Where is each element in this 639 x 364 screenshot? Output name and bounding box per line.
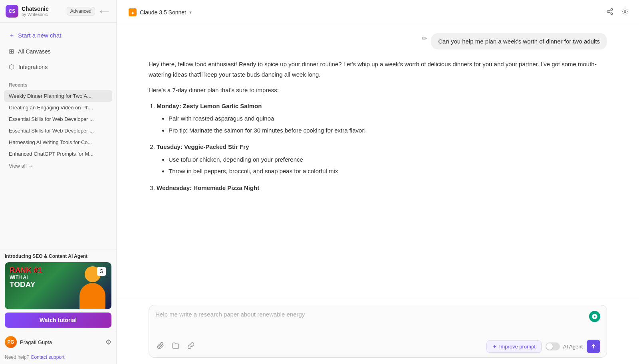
- recents-title: Recents: [4, 81, 112, 90]
- link-button[interactable]: [186, 340, 196, 353]
- list-item: Pro tip: Marinate the salmon for 30 minu…: [169, 125, 607, 136]
- settings-panel-button[interactable]: [619, 6, 631, 19]
- logo-icon: CS: [6, 5, 18, 18]
- assistant-intro: Hey there, fellow food enthusiast! Ready…: [149, 59, 607, 79]
- dinner-plan-list: Monday: Zesty Lemon Garlic Salmon Pair w…: [149, 101, 607, 193]
- attach-button[interactable]: [155, 340, 166, 353]
- input-right: ✦ Improve prompt AI Agent: [486, 340, 600, 353]
- svg-point-4: [611, 13, 613, 15]
- main-header: ◆ Claude 3.5 Sonnet ▾: [117, 0, 639, 25]
- sidebar-header: CS Chatsonic by Writesonic Advanced ⟵: [0, 0, 116, 23]
- input-tools: [155, 340, 196, 353]
- share-button[interactable]: [604, 6, 616, 19]
- app-title: Chatsonic: [22, 6, 64, 12]
- sidebar: CS Chatsonic by Writesonic Advanced ⟵ ＋ …: [0, 0, 117, 364]
- chat-area: ✏ Can you help me plan a week's worth of…: [117, 25, 639, 300]
- need-help-text: Need help? Contact support: [0, 352, 116, 364]
- list-item: Throw in bell peppers, broccoli, and sna…: [169, 166, 607, 176]
- collapse-sidebar-button[interactable]: ⟵: [98, 6, 111, 17]
- ai-agent-toggle-switch[interactable]: [546, 342, 560, 350]
- new-chat-button[interactable]: ＋ Start a new chat: [4, 28, 112, 43]
- sidebar-item-canvases[interactable]: ⊞ All Canvases: [4, 44, 112, 59]
- list-item[interactable]: Enhanced ChatGPT Prompts for M...: [4, 148, 112, 160]
- promo-withai-label: WITH AI: [10, 275, 42, 280]
- promo-section: Introducing SEO & Content AI Agent RANK …: [0, 249, 116, 332]
- logo-text: Chatsonic by Writesonic: [22, 6, 64, 17]
- assistant-plan-intro: Here's a 7-day dinner plan that's sure t…: [149, 85, 607, 95]
- sidebar-item-integrations[interactable]: ⬡ Integrations: [4, 59, 112, 74]
- header-actions: [604, 6, 631, 19]
- sparkle-icon: ✦: [492, 344, 497, 350]
- list-item[interactable]: Essential Skills for Web Developer ...: [4, 125, 112, 136]
- list-item[interactable]: Creating an Engaging Video on Ph...: [4, 102, 112, 113]
- app-subtitle: by Writesonic: [22, 12, 64, 17]
- list-item: Use tofu or chicken, depending on your p…: [169, 154, 607, 165]
- sidebar-item-integrations-label: Integrations: [18, 64, 48, 70]
- user-info: PG Pragati Gupta: [5, 336, 52, 348]
- model-icon: ◆: [129, 8, 137, 16]
- sidebar-nav: ＋ Start a new chat ⊞ All Canvases ⬡ Inte…: [0, 23, 116, 77]
- list-item[interactable]: Essential Skills for Web Developer ...: [4, 113, 112, 125]
- model-selector[interactable]: ◆ Claude 3.5 Sonnet ▾: [125, 6, 196, 19]
- view-all-button[interactable]: View all →: [4, 160, 112, 171]
- day-label-2: Tuesday: Veggie-Packed Stir Fry: [157, 143, 249, 150]
- input-container: ✦ Improve prompt AI Agent: [149, 305, 607, 358]
- edit-icon[interactable]: ✏: [422, 35, 427, 42]
- chevron-down-icon: ▾: [189, 10, 192, 15]
- folder-button[interactable]: [171, 340, 181, 353]
- svg-point-3: [607, 11, 609, 13]
- integrations-icon: ⬡: [9, 63, 14, 71]
- model-name: Claude 3.5 Sonnet: [140, 9, 186, 16]
- input-bottom-bar: ✦ Improve prompt AI Agent: [155, 340, 600, 353]
- ai-agent-toggle: AI Agent: [546, 342, 583, 350]
- input-area: ✦ Improve prompt AI Agent: [117, 300, 639, 364]
- writesonic-icon[interactable]: [589, 311, 600, 322]
- sidebar-item-canvases-label: All Canvases: [18, 48, 51, 55]
- svg-point-2: [611, 9, 613, 11]
- list-item: Tuesday: Veggie-Packed Stir Fry Use tofu…: [157, 142, 607, 176]
- google-icon: G: [97, 267, 106, 276]
- user-message-bubble: Can you help me plan a week's worth of d…: [431, 33, 607, 49]
- list-item: Wednesday: Homemade Pizza Night: [157, 183, 607, 193]
- assistant-message: Hey there, fellow food enthusiast! Ready…: [149, 59, 607, 193]
- watch-tutorial-button[interactable]: Watch tutorial: [5, 313, 111, 328]
- contact-support-link[interactable]: Contact support: [31, 354, 65, 360]
- list-item[interactable]: Harnessing AI Writing Tools for Co...: [4, 136, 112, 148]
- promo-image: RANK #1 WITH AI TODAY G: [5, 262, 111, 309]
- promo-title: Introducing SEO & Content AI Agent: [5, 253, 111, 259]
- promo-rank-label: RANK #1: [10, 266, 42, 275]
- arrow-right-icon: →: [28, 163, 34, 169]
- improve-prompt-button[interactable]: ✦ Improve prompt: [486, 340, 542, 353]
- list-item: Monday: Zesty Lemon Garlic Salmon Pair w…: [157, 101, 607, 136]
- svg-line-6: [609, 10, 611, 11]
- avatar: PG: [5, 336, 17, 348]
- main-content: ◆ Claude 3.5 Sonnet ▾ ✏ Can you help me …: [117, 0, 639, 364]
- day-label-3: Wednesday: Homemade Pizza Night: [157, 184, 259, 191]
- svg-point-7: [624, 11, 626, 13]
- input-wrapper: [155, 311, 600, 336]
- settings-button[interactable]: ⚙: [105, 338, 111, 346]
- svg-line-5: [609, 12, 611, 13]
- advanced-badge[interactable]: Advanced: [67, 7, 95, 16]
- day-label-1: Monday: Zesty Lemon Garlic Salmon: [157, 103, 262, 109]
- list-item: Pair with roasted asparagus and quinoa: [169, 113, 607, 124]
- send-button[interactable]: [587, 340, 600, 353]
- user-message: ✏ Can you help me plan a week's worth of…: [149, 33, 607, 49]
- ai-agent-label: AI Agent: [563, 344, 583, 350]
- recents-section: Recents Weekly Dinner Planning for Two A…: [0, 77, 116, 249]
- sidebar-footer: PG Pragati Gupta ⚙: [0, 332, 116, 352]
- list-item[interactable]: Weekly Dinner Planning for Two A...: [4, 90, 112, 102]
- day-1-bullets: Pair with roasted asparagus and quinoa P…: [157, 113, 607, 135]
- svg-text:◆: ◆: [131, 11, 134, 15]
- chat-input[interactable]: [155, 311, 600, 335]
- plus-icon: ＋: [9, 32, 15, 39]
- promo-today-label: TODAY: [10, 280, 42, 289]
- canvases-icon: ⊞: [9, 47, 14, 55]
- day-2-bullets: Use tofu or chicken, depending on your p…: [157, 154, 607, 176]
- user-name: Pragati Gupta: [20, 339, 52, 345]
